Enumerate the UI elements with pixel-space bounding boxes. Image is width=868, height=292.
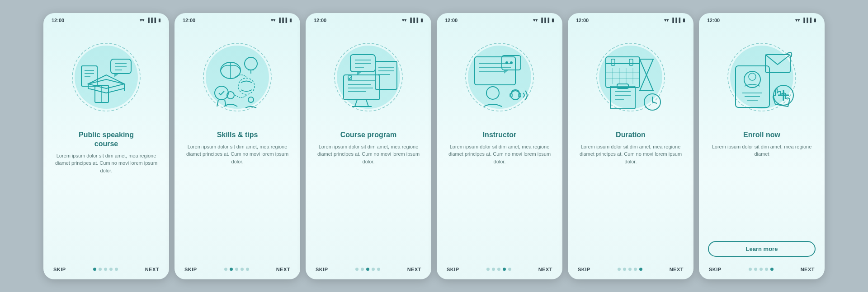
status-icons-3: ▾▾ ▐▐▐ ▮ — [402, 18, 423, 23]
dot-4-1 — [492, 268, 495, 271]
dot-3-2 — [366, 268, 369, 271]
next-btn-1[interactable]: NEXT — [145, 267, 159, 272]
desc-4: Lorem ipsum dolor sit dim amet, mea regi… — [446, 143, 553, 259]
battery-icon-4: ▮ — [552, 18, 554, 23]
illustration-education — [57, 28, 156, 127]
desc-6: Lorem ipsum dolor sit dim amet, mea regi… — [708, 143, 816, 237]
nav-5: SKIP NEXT — [568, 262, 693, 272]
signal-icon-4: ▐▐▐ — [540, 18, 549, 23]
dot-4-0 — [486, 268, 490, 271]
dots-6 — [749, 268, 774, 271]
status-icons-6: ▾▾ ▐▐▐ ▮ — [795, 18, 816, 23]
title-5: Duration — [616, 130, 646, 139]
dot-5-3 — [634, 268, 637, 271]
skip-btn-1[interactable]: SKIP — [53, 267, 66, 272]
nav-1: SKIP NEXT — [43, 262, 169, 272]
title-4: Instructor — [483, 130, 517, 139]
dot-6-3 — [765, 268, 768, 271]
dot-3-3 — [372, 268, 375, 271]
dot-2-4 — [246, 268, 249, 271]
phone-skills: 12:00 ▾▾ ▐▐▐ ▮ — [175, 13, 300, 279]
desc-3: Lorem ipsum dolor sit dim amet, mea regi… — [315, 143, 422, 259]
learn-more-button[interactable]: Learn more — [708, 241, 816, 257]
dot-6-0 — [749, 268, 752, 271]
next-btn-3[interactable]: NEXT — [407, 267, 421, 272]
title-1: Public speakingcourse — [79, 130, 134, 148]
time-3: 12:00 — [314, 18, 326, 23]
time-4: 12:00 — [445, 18, 458, 23]
time-5: 12:00 — [576, 18, 589, 23]
statusbar-2: 12:00 ▾▾ ▐▐▐ ▮ — [175, 13, 300, 25]
desc-1: Lorem ipsum dolor sit dim amet, mea regi… — [52, 152, 160, 259]
status-icons-4: ▾▾ ▐▐▐ ▮ — [533, 18, 554, 23]
wifi-icon-4: ▾▾ — [533, 18, 538, 23]
battery-icon-2: ▮ — [289, 18, 292, 23]
dot-6-4 — [770, 268, 774, 271]
dot-1-2 — [104, 268, 107, 271]
dot-5-2 — [628, 268, 632, 271]
dot-3-0 — [355, 268, 359, 271]
dot-2-0 — [224, 268, 227, 271]
battery-icon-1: ▮ — [158, 18, 161, 23]
skip-btn-5[interactable]: SKIP — [578, 267, 590, 272]
signal-icon-6: ▐▐▐ — [802, 18, 811, 23]
time-2: 12:00 — [183, 18, 195, 23]
status-icons-2: ▾▾ ▐▐▐ ▮ — [271, 18, 292, 23]
phone-enroll: 12:00 ▾▾ ▐▐▐ ▮ — [699, 13, 825, 279]
statusbar-3: 12:00 ▾▾ ▐▐▐ ▮ — [306, 13, 431, 25]
dot-6-2 — [760, 268, 763, 271]
phone-public-speaking: 12:00 ▾▾ ▐▐▐ ▮ — [43, 13, 169, 279]
dot-2-2 — [235, 268, 238, 271]
signal-icon-5: ▐▐▐ — [671, 18, 680, 23]
dot-1-1 — [99, 268, 102, 271]
signal-icon-2: ▐▐▐ — [278, 18, 287, 23]
statusbar-5: 12:00 ▾▾ ▐▐▐ ▮ — [568, 13, 693, 25]
dot-6-1 — [754, 268, 757, 271]
time-6: 12:00 — [707, 18, 720, 23]
battery-icon-6: ▮ — [814, 18, 816, 23]
dots-3 — [355, 268, 380, 271]
dot-5-4 — [639, 268, 642, 271]
title-2: Skills & tips — [217, 130, 258, 139]
desc-5: Lorem ipsum dolor sit dim amet, mea regi… — [577, 143, 684, 259]
next-btn-4[interactable]: NEXT — [538, 267, 552, 272]
wifi-icon-2: ▾▾ — [271, 18, 275, 23]
status-icons-1: ▾▾ ▐▐▐ ▮ — [140, 18, 161, 23]
next-btn-2[interactable]: NEXT — [276, 267, 290, 272]
dot-4-4 — [508, 268, 511, 271]
dot-1-4 — [115, 268, 118, 271]
phone-duration: 12:00 ▾▾ ▐▐▐ ▮ — [568, 13, 693, 279]
next-btn-6[interactable]: NEXT — [801, 267, 815, 272]
title-6: Enroll now — [743, 130, 780, 139]
phone-instructor: 12:00 ▾▾ ▐▐▐ ▮ — [437, 13, 562, 279]
phone-course-program: 12:00 ▾▾ ▐▐▐ ▮ — [306, 13, 431, 279]
statusbar-6: 12:00 ▾▾ ▐▐▐ ▮ — [699, 13, 825, 25]
nav-6: SKIP NEXT — [699, 262, 825, 272]
skip-btn-6[interactable]: SKIP — [709, 267, 722, 272]
wifi-icon-5: ▾▾ — [664, 18, 669, 23]
dot-2-1 — [230, 268, 233, 271]
dot-3-4 — [377, 268, 380, 271]
skip-btn-3[interactable]: SKIP — [316, 267, 328, 272]
dots-4 — [486, 268, 511, 271]
battery-icon-5: ▮ — [683, 18, 685, 23]
skip-btn-2[interactable]: SKIP — [184, 267, 197, 272]
skip-btn-4[interactable]: SKIP — [447, 267, 459, 272]
statusbar-1: 12:00 ▾▾ ▐▐▐ ▮ — [43, 13, 169, 25]
illustration-enroll — [712, 28, 811, 127]
wifi-icon-6: ▾▾ — [795, 18, 800, 23]
dot-1-0 — [93, 268, 96, 271]
phones-container: 12:00 ▾▾ ▐▐▐ ▮ — [34, 4, 834, 288]
dot-4-2 — [497, 268, 500, 271]
dots-5 — [618, 268, 642, 271]
title-3: Course program — [340, 130, 396, 139]
signal-icon-3: ▐▐▐ — [409, 18, 418, 23]
illustration-skills — [188, 28, 287, 127]
battery-icon-3: ▮ — [420, 18, 423, 23]
dot-1-3 — [109, 268, 113, 271]
next-btn-5[interactable]: NEXT — [670, 267, 684, 272]
desc-2: Lorem ipsum dolor sit dim amet, mea regi… — [184, 143, 291, 259]
dot-2-3 — [241, 268, 244, 271]
dot-5-1 — [623, 268, 626, 271]
status-icons-5: ▾▾ ▐▐▐ ▮ — [664, 18, 685, 23]
